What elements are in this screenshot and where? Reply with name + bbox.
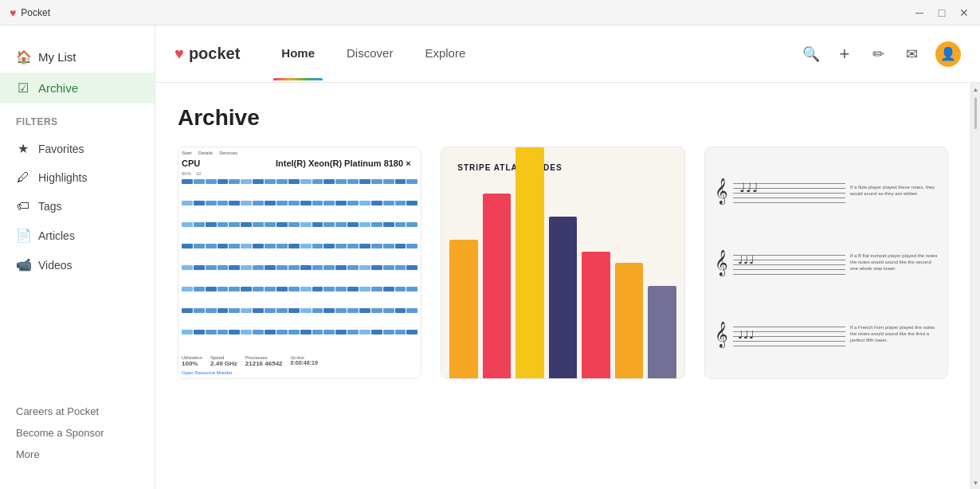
card-stripe[interactable]: STRIPE ATLAS GUIDES [441, 147, 684, 379]
mail-icon[interactable]: ✉ [902, 45, 921, 63]
archive-icon: ☑ [16, 80, 30, 96]
filter-articles-label: Articles [38, 229, 75, 242]
titlebar-left: ♥ Pocket [10, 6, 50, 19]
scroll-down-arrow[interactable]: ▼ [971, 476, 980, 489]
maximize-button[interactable]: □ [935, 6, 948, 19]
nav-tabs: Home Discover Explore [265, 25, 481, 83]
topnav-right: 🔍 + ✏ ✉ 👤 [802, 41, 961, 67]
star-icon: ★ [16, 141, 30, 156]
card-thumbnail-music: 𝄞 ♩♩♩ If a flute player played these [705, 147, 947, 378]
close-button[interactable]: ✕ [958, 6, 970, 19]
minimize-button[interactable]: ─ [913, 6, 926, 19]
titlebar: ♥ Pocket ─ □ ✕ [0, 0, 980, 25]
filter-videos-label: Videos [38, 259, 73, 272]
avatar[interactable]: 👤 [935, 41, 961, 67]
card-thumbnail-stripe: STRIPE ATLAS GUIDES [441, 147, 684, 378]
tab-home-label: Home [281, 46, 315, 60]
filter-favorites[interactable]: ★ Favorites [0, 134, 155, 163]
articles-icon: 📄 [16, 228, 30, 243]
titlebar-title: Pocket [21, 7, 50, 18]
filter-tags[interactable]: 🏷 Tags [0, 192, 155, 221]
cards-grid: StartDetailsServices CPU Intel(R) Xeon(R… [178, 147, 948, 379]
app-body: 🏠 My List ☑ Archive Filters ★ Favorites … [0, 25, 980, 489]
card-body: Transposing Instruments opencurriculum.o… [705, 378, 947, 379]
card-body: Guide to scaling engineering organizatio… [441, 378, 684, 379]
add-icon[interactable]: + [835, 44, 854, 65]
filter-favorites-label: Favorites [38, 143, 84, 155]
topnav: ♥ pocket Home Discover Explore 🔍 [155, 25, 980, 83]
scroll-thumb[interactable] [974, 97, 977, 129]
topnav-left: ♥ pocket Home Discover Explore [174, 25, 481, 83]
tag-icon: 🏷 [16, 199, 30, 213]
pocket-logo: ♥ pocket [174, 45, 240, 63]
filter-videos[interactable]: 📹 Videos [0, 250, 155, 280]
scroll-up-arrow[interactable]: ▲ [971, 83, 980, 96]
careers-link[interactable]: Careers at Pocket [0, 401, 155, 422]
videos-icon: 📹 [16, 257, 30, 272]
search-icon[interactable]: 🔍 [802, 45, 821, 63]
page-title: Archive [178, 105, 948, 131]
card-thumbnail-cpu: StartDetailsServices CPU Intel(R) Xeon(R… [178, 147, 421, 378]
sidebar-footer: Careers at Pocket Become a Sponsor More [0, 393, 155, 473]
sponsor-link[interactable]: Become a Sponsor [0, 422, 155, 444]
filters-section-label: Filters [0, 104, 155, 134]
sidebar-item-archive[interactable]: ☑ Archive [0, 72, 155, 104]
pocket-title-icon: ♥ [10, 6, 16, 19]
highlight-icon: 🖊 [16, 170, 30, 185]
sidebar: 🏠 My List ☑ Archive Filters ★ Favorites … [0, 25, 155, 489]
pocket-logo-icon: ♥ [174, 45, 184, 63]
content-area: ♥ pocket Home Discover Explore 🔍 [155, 25, 980, 489]
edit-icon[interactable]: ✏ [868, 45, 888, 63]
card-windows-kernel[interactable]: StartDetailsServices CPU Intel(R) Xeon(R… [178, 147, 421, 379]
pocket-logo-text: pocket [189, 45, 240, 63]
tab-home[interactable]: Home [265, 25, 331, 83]
tab-discover-label: Discover [347, 46, 393, 60]
tab-discover[interactable]: Discover [331, 25, 409, 83]
card-body: One Windows Kernel techcommunity.microso… [178, 378, 421, 379]
filter-articles[interactable]: 📄 Articles [0, 221, 155, 250]
filter-tags-label: Tags [38, 200, 62, 213]
card-transposing[interactable]: 𝄞 ♩♩♩ If a flute player played these [704, 147, 948, 379]
more-link[interactable]: More [0, 444, 155, 465]
tab-explore[interactable]: Explore [409, 25, 481, 83]
main-content: Archive StartDetailsServices CPU Intel(R… [155, 83, 970, 489]
tab-explore-label: Explore [425, 46, 465, 60]
avatar-icon: 👤 [940, 46, 956, 61]
filter-highlights-label: Highlights [38, 171, 87, 184]
titlebar-controls[interactable]: ─ □ ✕ [913, 6, 970, 19]
sidebar-item-mylist[interactable]: 🏠 My List [0, 41, 155, 72]
home-icon: 🏠 [16, 49, 30, 65]
sidebar-mylist-label: My List [38, 50, 76, 64]
sidebar-archive-label: Archive [38, 81, 78, 95]
filter-highlights[interactable]: 🖊 Highlights [0, 163, 155, 192]
scrollbar[interactable]: ▲ ▼ [970, 83, 980, 489]
